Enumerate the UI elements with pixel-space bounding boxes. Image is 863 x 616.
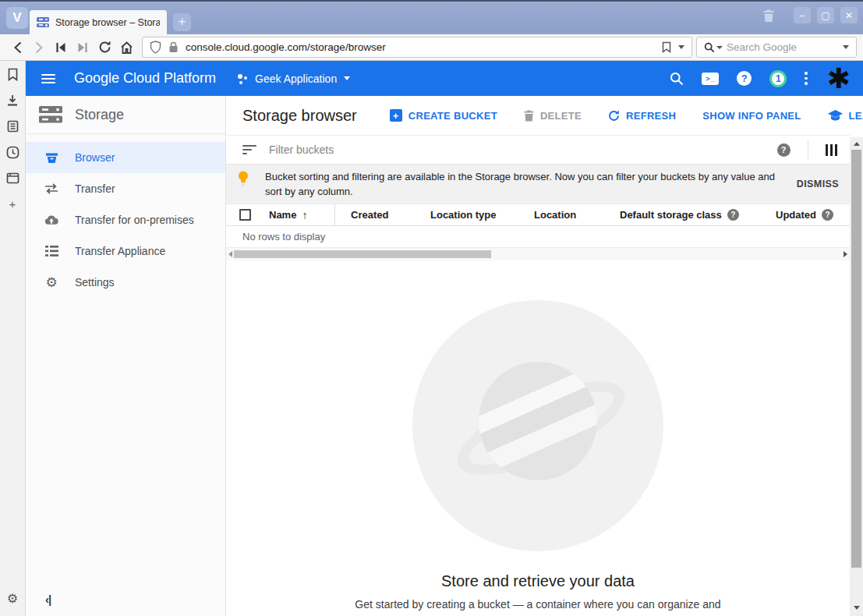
- notifications-badge[interactable]: 1: [769, 70, 787, 87]
- notice-bar: Bucket sorting and filtering are availab…: [226, 165, 850, 204]
- gcp-logo[interactable]: Google Cloud Platform: [74, 70, 216, 87]
- sidebar-item-settings[interactable]: ⚙ Settings: [26, 267, 225, 298]
- search-engine-icon[interactable]: [704, 42, 723, 53]
- table-header-row: Name ↑ Created Location type Location De…: [226, 204, 850, 226]
- lock-icon: [168, 41, 179, 53]
- sort-ascending-icon: ↑: [302, 209, 307, 221]
- bookmark-page-icon[interactable]: [662, 41, 671, 53]
- cloud-shell-icon[interactable]: >_: [702, 73, 719, 85]
- sidebar-item-transfer[interactable]: Transfer: [26, 173, 225, 204]
- tab-title: Storage browser – Storage: [55, 17, 160, 28]
- rewind-button[interactable]: [50, 37, 72, 58]
- select-all-checkbox[interactable]: [239, 209, 251, 221]
- column-header-location[interactable]: Location: [526, 209, 612, 221]
- project-icon: [237, 73, 248, 84]
- filter-buckets-input[interactable]: [269, 143, 765, 156]
- column-header-default-storage-class[interactable]: Default storage class ?: [612, 209, 768, 221]
- vertical-scrollbar[interactable]: [850, 137, 863, 616]
- horizontal-scroll-thumb[interactable]: [234, 250, 491, 258]
- storage-class-help-icon[interactable]: ?: [727, 209, 739, 221]
- close-button[interactable]: ✕: [840, 7, 858, 23]
- forward-button[interactable]: [28, 37, 50, 58]
- history-panel-icon[interactable]: [6, 146, 19, 159]
- transfer-arrows-icon: [44, 183, 58, 194]
- appliance-rows-icon: [44, 246, 58, 257]
- back-button[interactable]: [6, 37, 28, 58]
- column-header-updated[interactable]: Updated ?: [768, 209, 850, 221]
- show-info-panel-button[interactable]: SHOW INFO PANEL: [702, 110, 801, 122]
- url-dropdown-icon[interactable]: [678, 45, 684, 49]
- learn-icon: [828, 110, 843, 122]
- project-selector[interactable]: Geek Application: [237, 73, 350, 85]
- create-bucket-button[interactable]: + CREATE BUCKET: [390, 109, 497, 122]
- search-field[interactable]: [696, 37, 857, 58]
- home-button[interactable]: [115, 37, 137, 58]
- notice-text: Bucket sorting and filtering are availab…: [265, 171, 775, 197]
- dismiss-button[interactable]: DISMISS: [797, 179, 839, 189]
- account-avatar[interactable]: ✱: [827, 67, 851, 90]
- sidebar-item-transfer-on-premises[interactable]: Transfer for on-premises: [26, 204, 225, 235]
- bookmarks-panel-icon[interactable]: [7, 68, 19, 81]
- sidebar-header: Storage: [26, 96, 225, 134]
- minimize-button[interactable]: –: [794, 7, 811, 23]
- browser-window: V Storage browser – Storage + – ▢ ✕: [0, 0, 863, 616]
- empty-state: Store and retrieve your data Get started…: [226, 300, 850, 616]
- new-tab-button[interactable]: +: [173, 13, 191, 31]
- filter-icon: [242, 145, 256, 154]
- filter-help-icon[interactable]: ?: [777, 143, 790, 157]
- horizontal-scrollbar[interactable]: [226, 248, 850, 260]
- gear-icon: ⚙: [44, 274, 58, 291]
- filter-bar: ?: [226, 135, 850, 165]
- closed-tabs-trash-icon[interactable]: [762, 9, 775, 23]
- vertical-scroll-thumb[interactable]: [851, 150, 861, 568]
- updated-help-icon[interactable]: ?: [822, 209, 833, 221]
- page-title: Storage browser: [242, 107, 357, 125]
- tab-storage-browser[interactable]: Storage browser – Storage: [30, 10, 167, 34]
- column-display-icon[interactable]: [826, 144, 838, 156]
- page-toolbar: Storage browser + CREATE BUCKET DELETE: [226, 96, 850, 135]
- scroll-right-arrow[interactable]: [844, 251, 847, 257]
- sidebar-item-browser[interactable]: Browser: [26, 142, 225, 173]
- empty-state-title: Store and retrieve your data: [226, 572, 850, 590]
- fast-forward-button[interactable]: [72, 37, 94, 58]
- divider: [808, 140, 808, 159]
- empty-state-illustration: [412, 300, 663, 551]
- scroll-down-arrow[interactable]: [854, 606, 860, 610]
- more-options-icon[interactable]: [805, 72, 808, 85]
- vivaldi-menu-button[interactable]: V: [6, 7, 28, 29]
- maximize-button[interactable]: ▢: [817, 7, 834, 23]
- collapse-sidebar-button[interactable]: ‹|: [45, 593, 51, 606]
- storage-product-icon: [39, 106, 62, 123]
- sidebar-item-transfer-appliance[interactable]: Transfer Appliance: [26, 235, 225, 267]
- add-web-panel-icon[interactable]: +: [9, 197, 16, 211]
- shield-icon[interactable]: [150, 41, 161, 54]
- help-icon[interactable]: ?: [737, 71, 752, 86]
- scroll-left-arrow[interactable]: [228, 251, 232, 257]
- sidebar-title: Storage: [75, 107, 124, 123]
- window-panel-icon[interactable]: [6, 172, 19, 184]
- search-input[interactable]: [727, 41, 839, 53]
- url-text: console.cloud.google.com/storage/browser: [186, 41, 655, 53]
- downloads-panel-icon[interactable]: [6, 94, 19, 107]
- url-bar[interactable]: console.cloud.google.com/storage/browser: [142, 37, 692, 58]
- reload-button[interactable]: [94, 37, 115, 58]
- delete-button[interactable]: DELETE: [524, 110, 582, 122]
- project-caret-icon: [344, 76, 350, 80]
- learn-button[interactable]: LEARN: [828, 110, 863, 122]
- titlebar: V Storage browser – Storage + – ▢ ✕: [0, 0, 863, 34]
- column-header-name[interactable]: Name ↑: [257, 204, 335, 225]
- search-dropdown-icon[interactable]: [843, 45, 849, 49]
- storage-favicon-icon: [37, 17, 49, 27]
- hamburger-menu-icon[interactable]: [41, 74, 55, 83]
- trash-icon: [524, 110, 534, 122]
- storage-sidebar: Storage Browser Transfer: [26, 96, 226, 616]
- refresh-button[interactable]: REFRESH: [608, 110, 676, 122]
- column-header-location-type[interactable]: Location type: [421, 209, 526, 221]
- planet-illustration: [415, 297, 662, 544]
- column-header-created[interactable]: Created: [335, 209, 421, 221]
- notes-panel-icon[interactable]: [7, 120, 19, 133]
- refresh-icon: [608, 110, 620, 122]
- scroll-up-arrow[interactable]: [854, 142, 860, 146]
- vivaldi-settings-icon[interactable]: ⚙: [7, 591, 18, 606]
- search-icon[interactable]: [670, 72, 684, 86]
